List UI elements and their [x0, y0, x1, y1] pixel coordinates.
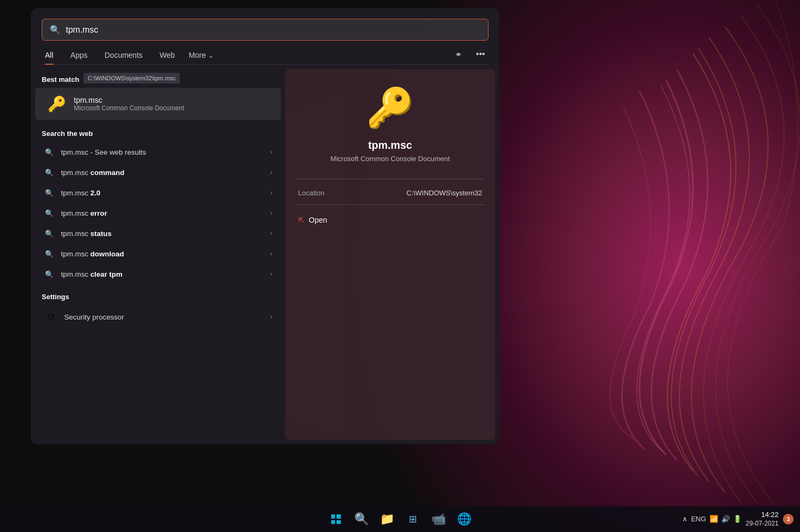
more-options-icon[interactable]: •••	[473, 46, 489, 62]
web-search-text-4: tpm.msc status	[61, 230, 270, 238]
right-panel-app-name: tpm.msc	[368, 139, 412, 151]
web-search-item-3[interactable]: 🔍 tpm.msc error ›	[33, 203, 283, 223]
web-search-text-6: tpm.msc clear tpm	[61, 270, 270, 278]
web-search-icon-6: 🔍	[44, 269, 55, 279]
best-match-desc: Microsoft Common Console Document	[74, 104, 184, 112]
web-search-icon-1: 🔍	[44, 167, 55, 178]
web-search-item-5[interactable]: 🔍 tpm.msc download ›	[33, 244, 283, 264]
tabs-bar: All Apps Documents Web More ⚭ •••	[31, 41, 499, 64]
taskbar-files-icon: 📁	[380, 512, 394, 526]
taskbar-center: 🔍 📁 ⊞ 📹 🌐	[324, 507, 476, 531]
security-processor-label: Security processor	[64, 313, 270, 321]
taskbar-files[interactable]: 📁	[376, 507, 399, 531]
web-search-text-3: tpm.msc error	[61, 209, 270, 217]
web-search-arrow-4: ›	[270, 230, 272, 237]
share-icon[interactable]: ⚭	[450, 46, 466, 62]
more-chevron-icon	[208, 51, 214, 59]
web-search-item-6[interactable]: 🔍 tpm.msc clear tpm ›	[33, 264, 283, 284]
location-value: C:\WINDOWS\system32	[406, 189, 482, 197]
web-search-arrow-2: ›	[270, 189, 272, 196]
taskbar-teams[interactable]: 📹	[427, 507, 451, 531]
tab-more[interactable]: More	[184, 47, 219, 64]
tray-chevron[interactable]: ∧	[682, 515, 688, 523]
volume-icon[interactable]: 🔊	[721, 515, 730, 523]
taskbar-widgets-icon: ⊞	[409, 513, 417, 525]
search-input[interactable]	[66, 25, 481, 35]
system-tray: ∧ ENG 📶 🔊 🔋	[682, 515, 741, 523]
web-search-arrow-3: ›	[270, 209, 272, 217]
taskbar-browser-icon: 🌐	[457, 512, 471, 526]
clock-date: 29-07-2021	[746, 520, 779, 528]
taskbar-right: ∧ ENG 📶 🔊 🔋 14:22 29-07-2021 3	[682, 511, 794, 528]
start-button[interactable]	[324, 507, 348, 531]
notification-badge[interactable]: 3	[783, 514, 794, 525]
tab-web[interactable]: Web	[151, 47, 184, 64]
right-panel-divider-top	[296, 179, 484, 179]
left-panel: Best match C:\WINDOWS\system32\tpm.msc 🔑…	[31, 65, 285, 444]
web-search-section: Search the web 🔍 tpm.msc - See web resul…	[31, 127, 285, 284]
best-match-item[interactable]: C:\WINDOWS\system32\tpm.msc 🔑 tpm.msc Mi…	[35, 88, 281, 120]
taskbar-browser[interactable]: 🌐	[453, 507, 476, 531]
web-search-label: Search the web	[31, 127, 285, 142]
taskbar-search-icon: 🔍	[354, 512, 369, 526]
web-search-icon-5: 🔍	[44, 248, 55, 259]
taskbar-search[interactable]: 🔍	[350, 507, 374, 531]
battery-icon[interactable]: 🔋	[733, 515, 742, 523]
tab-apps[interactable]: Apps	[62, 47, 96, 64]
best-match-info: tpm.msc Microsoft Common Console Documen…	[74, 96, 184, 112]
web-search-item-0[interactable]: 🔍 tpm.msc - See web results ›	[33, 142, 283, 162]
web-search-arrow-5: ›	[270, 250, 272, 257]
tab-documents[interactable]: Documents	[96, 47, 151, 64]
tab-all[interactable]: All	[42, 47, 62, 64]
taskbar-clock[interactable]: 14:22 29-07-2021	[746, 511, 779, 528]
settings-arrow: ›	[270, 313, 272, 321]
web-search-text-1: tpm.msc command	[61, 169, 270, 177]
wifi-icon[interactable]: 📶	[710, 515, 718, 523]
clock-time: 14:22	[746, 511, 779, 520]
language-indicator[interactable]: ENG	[691, 515, 706, 523]
taskbar-widgets[interactable]: ⊞	[401, 507, 425, 531]
web-search-item-4[interactable]: 🔍 tpm.msc status ›	[33, 223, 283, 244]
settings-security-processor[interactable]: 🛡 Security processor ›	[33, 305, 283, 329]
open-icon: ⇱	[298, 216, 304, 224]
windows-logo-icon	[331, 514, 341, 524]
right-panel-app-icon: 🔑	[366, 85, 414, 131]
right-panel-location: Location C:\WINDOWS\system32	[296, 185, 484, 201]
best-match-name: tpm.msc	[74, 96, 184, 104]
tab-action-icons: ⚭ •••	[450, 46, 489, 64]
web-search-item-2[interactable]: 🔍 tpm.msc 2.0 ›	[33, 183, 283, 203]
web-search-icon-0: 🔍	[44, 147, 55, 157]
open-button[interactable]: ⇱ Open	[296, 212, 329, 227]
web-search-arrow-0: ›	[270, 148, 272, 156]
tpm-msc-icon: 🔑	[46, 93, 67, 115]
web-search-icon-2: 🔍	[44, 187, 55, 198]
right-panel-app-desc: Microsoft Common Console Document	[330, 155, 449, 163]
settings-label: Settings	[31, 291, 285, 305]
web-search-text-2: tpm.msc 2.0	[61, 189, 270, 197]
taskbar: 🔍 📁 ⊞ 📹 🌐 ∧ ENG 📶 🔊 🔋 14:22 29-07-20	[0, 506, 800, 532]
location-label: Location	[298, 189, 324, 197]
web-search-icon-4: 🔍	[44, 228, 55, 239]
web-search-item-1[interactable]: 🔍 tpm.msc command ›	[33, 162, 283, 183]
right-panel-divider-bottom	[296, 204, 484, 205]
search-overlay: 🔍 All Apps Documents Web More ⚭ ••• Best…	[31, 8, 499, 444]
web-search-arrow-1: ›	[270, 169, 272, 176]
search-bar: 🔍	[42, 19, 489, 41]
open-label: Open	[309, 216, 327, 224]
taskbar-teams-icon: 📹	[431, 512, 446, 526]
security-processor-icon: 🛡	[44, 310, 58, 324]
settings-section: Settings 🛡 Security processor ›	[31, 291, 285, 329]
search-icon: 🔍	[50, 25, 60, 35]
web-search-arrow-6: ›	[270, 270, 272, 278]
best-match-tooltip: C:\WINDOWS\system32\tpm.msc	[83, 73, 180, 83]
web-search-text-0: tpm.msc - See web results	[61, 148, 270, 156]
web-search-text-5: tpm.msc download	[61, 250, 270, 258]
web-search-icon-3: 🔍	[44, 208, 55, 218]
right-panel: 🔑 tpm.msc Microsoft Common Console Docum…	[285, 69, 495, 440]
content-area: Best match C:\WINDOWS\system32\tpm.msc 🔑…	[31, 65, 499, 444]
